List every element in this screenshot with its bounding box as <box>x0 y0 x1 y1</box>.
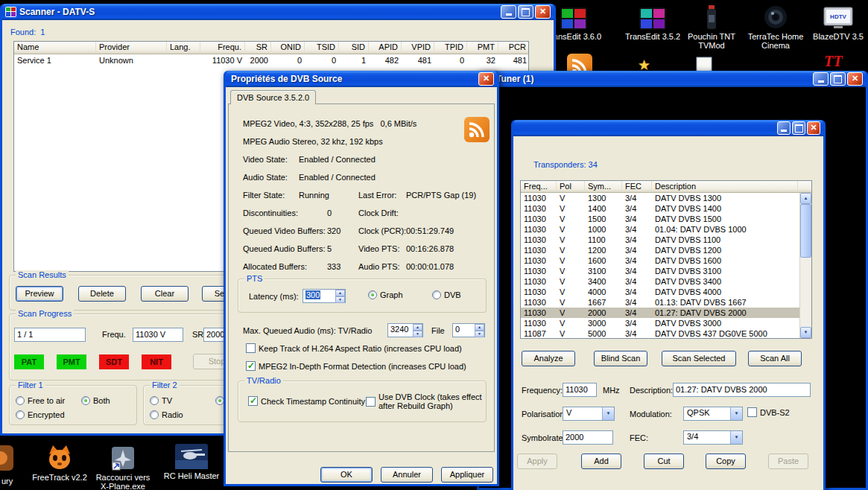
apply-button[interactable]: Apply <box>517 454 557 469</box>
column-header[interactable]: Freq... <box>521 181 557 192</box>
scroll-down-icon[interactable]: ▼ <box>800 327 811 338</box>
frequency-input[interactable]: 11030 <box>563 383 597 397</box>
desktop-icon-blazedtv[interactable]: HDTV BlazeDTV 3.5 <box>810 3 867 41</box>
dialog-titlebar[interactable]: Propriétés de DVB Source ✕ <box>226 71 497 87</box>
radio-tv[interactable]: TV <box>150 396 172 405</box>
column-header[interactable]: VPID <box>402 42 434 54</box>
clear-button[interactable]: Clear <box>141 286 189 302</box>
list-row[interactable]: 11030V10003/401.04: DATV DVBS 1000 <box>521 224 811 235</box>
desktop-icon-pouchin-tnt[interactable]: Pouchin TNT TVMod <box>682 3 741 50</box>
spin-down-icon[interactable]: ▼ <box>413 331 422 337</box>
max-audio-file-spinner[interactable]: 0 ▲▼ <box>452 323 485 337</box>
tt-logo-icon[interactable]: TT <box>823 52 855 71</box>
scan-all-button[interactable]: Scan All <box>748 351 802 366</box>
desktop-icon-terratec[interactable]: TerraTec Home Cinema <box>746 3 805 50</box>
paste-button[interactable]: Paste <box>768 454 808 469</box>
close-button[interactable]: ✕ <box>807 121 820 135</box>
tab-dvb-source[interactable]: DVB Source 3.5.2.0 <box>230 90 316 104</box>
spin-up-icon[interactable]: ▲ <box>475 324 484 331</box>
scanner-titlebar[interactable]: Scanner - DATV-S ✕ <box>2 4 554 20</box>
list-row[interactable]: 11030V30003/4DATV DVBS 3000 <box>521 318 811 328</box>
minimize-button[interactable] <box>501 5 516 19</box>
frequency-field[interactable]: 11030 V <box>133 328 183 342</box>
fec-select[interactable]: 3/4 ▼ <box>683 430 743 445</box>
column-header[interactable]: Pol <box>557 181 585 192</box>
radio-radio[interactable]: Radio <box>150 410 183 419</box>
blind-scan-button[interactable]: Blind Scan <box>594 351 647 366</box>
column-header[interactable]: Description <box>652 181 798 192</box>
list-row[interactable]: 11030V34003/4DATV DVBS 3400 <box>521 276 811 287</box>
column-header[interactable]: PMT <box>467 42 498 54</box>
desktop-icon-freetrack[interactable]: FreeTrack v2.2 <box>26 444 93 482</box>
column-header[interactable]: SID <box>339 42 369 54</box>
column-header[interactable]: Sym... <box>585 181 622 192</box>
column-header[interactable]: TPID <box>434 42 467 54</box>
spin-down-icon[interactable]: ▼ <box>475 331 484 337</box>
maximize-button[interactable] <box>518 5 533 19</box>
progress-field[interactable]: 1 / 1 <box>14 328 86 342</box>
analyze-button[interactable]: Analyze <box>522 351 575 366</box>
list-row[interactable]: 11030V16673/401.13: DATV DVBS 1667 <box>521 297 811 308</box>
list-row[interactable]: 11030V40003/4DATV DVBS 4000 <box>521 287 811 297</box>
preview-button[interactable]: Preview <box>16 286 63 302</box>
column-header[interactable]: PCR <box>498 42 529 54</box>
list-row[interactable]: 11087V50003/4DATV DVBS 437 DG0VE 5000 <box>521 328 811 339</box>
list-row[interactable]: 11030V12003/4DATV DVBS 1200 <box>521 245 811 255</box>
max-audio-tv-spinner[interactable]: 3240 ▲▼ <box>387 323 423 337</box>
dropdown-arrow-icon[interactable]: ▼ <box>602 407 614 420</box>
tuner-titlebar[interactable]: Tuner (1) ✕ <box>479 71 866 87</box>
symbolrate-input[interactable]: 2000 <box>563 430 613 445</box>
radio-free-to-air[interactable]: Free to air <box>16 396 65 405</box>
add-button[interactable]: Add <box>581 454 621 469</box>
scrollbar[interactable]: ▲ ▼ <box>799 193 811 338</box>
spin-up-icon[interactable]: ▲ <box>413 324 422 331</box>
h264-aspect-checkbox[interactable]: Keep Track of H.264 Aspect Ratio (increa… <box>246 343 462 353</box>
radio-dvb[interactable]: DVB <box>432 290 461 299</box>
column-header[interactable]: SR <box>245 42 271 54</box>
radio-graph[interactable]: Graph <box>368 290 403 299</box>
minimize-button[interactable] <box>777 121 791 135</box>
dvbs2-checkbox[interactable]: DVB-S2 <box>747 407 790 417</box>
mpeg2-indepth-checkbox[interactable]: MPEG2 In-Depth Format Detection (increas… <box>246 361 466 371</box>
delete-button[interactable]: Delete <box>78 286 126 302</box>
maximize-button[interactable] <box>792 121 805 135</box>
column-header[interactable]: FEC <box>622 181 652 192</box>
scrollbar-thumb[interactable] <box>800 204 811 258</box>
column-header[interactable]: Provider <box>96 42 167 54</box>
copy-button[interactable]: Copy <box>706 454 746 469</box>
description-input[interactable]: 01.27: DATV DVBS 2000 <box>673 383 811 397</box>
timestamp-continuity-checkbox[interactable]: Check Timestamp Continuity <box>248 396 365 406</box>
list-row[interactable]: 11030V13003/4DATV DVBS 1300 <box>521 193 811 203</box>
minimize-button[interactable] <box>813 72 829 86</box>
scroll-up-icon[interactable]: ▲ <box>800 193 811 204</box>
list-row[interactable]: 11030V11003/4DATV DVBS 1100 <box>521 235 811 245</box>
latency-spinner[interactable]: 300 ▲▼ <box>302 289 346 303</box>
desktop-icon-rc-heli[interactable]: RC Heli Master <box>158 442 225 480</box>
dvb-clock-checkbox[interactable]: Use DVB Clock (takes effect after Rebuil… <box>366 389 485 414</box>
apply-button[interactable]: Appliquer <box>441 467 493 483</box>
transponder-titlebar[interactable]: ✕ <box>513 120 823 136</box>
list-row[interactable]: 11030V16003/4DATV DVBS 1600 <box>521 255 811 266</box>
close-button[interactable]: ✕ <box>535 5 551 19</box>
dropdown-arrow-icon[interactable]: ▼ <box>730 431 742 444</box>
radio-encrypted[interactable]: Encrypted <box>16 410 65 419</box>
dropdown-arrow-icon[interactable]: ▼ <box>730 407 742 420</box>
list-row[interactable]: 11030V31003/4DATV DVBS 3100 <box>521 266 811 276</box>
spin-down-icon[interactable]: ▼ <box>335 296 345 303</box>
cancel-button[interactable]: Annuler <box>381 467 433 483</box>
polarisation-select[interactable]: V ▼ <box>563 407 615 421</box>
column-header[interactable]: TSID <box>305 42 339 54</box>
desktop-icon-xplane-shortcut[interactable]: Raccourci vers X-Plane.exe <box>91 444 155 490</box>
desktop-icon-label[interactable]: ury <box>1 477 13 486</box>
desktop-icon-transedit-352[interactable]: TransEdit 3.5.2 <box>623 3 682 41</box>
cut-button[interactable]: Cut <box>644 454 684 469</box>
ok-button[interactable]: OK <box>320 467 373 483</box>
column-header[interactable]: Frequ. <box>200 42 245 54</box>
clipped-app-icon[interactable] <box>0 445 13 472</box>
close-button[interactable]: ✕ <box>847 72 863 86</box>
modulation-select[interactable]: QPSK ▼ <box>683 407 743 421</box>
maximize-button[interactable] <box>830 72 846 86</box>
radio-both[interactable]: Both <box>81 396 110 405</box>
close-button[interactable]: ✕ <box>478 72 494 86</box>
list-row[interactable]: Service 1Unknown11030 V20000014824810324… <box>14 54 528 66</box>
